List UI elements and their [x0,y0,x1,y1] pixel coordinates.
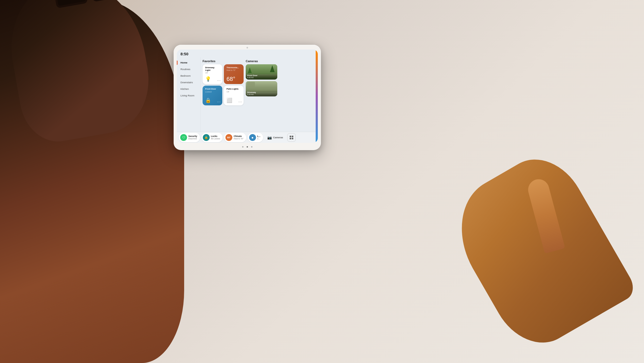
locks-icon: 🔒 [203,134,210,141]
lights-label: L... [257,135,260,138]
bottom-bar: 🛡 Security Disarmed 🔒 Locks [177,132,318,143]
cameras-section: Cameras Fr [246,60,277,130]
lights-sub: 2... [257,138,260,140]
sidebar: Home Routines Bedroom Downstairs Kitchen [177,57,200,132]
security-pill[interactable]: 🛡 Security Disarmed [179,133,200,142]
car-shape [247,82,255,88]
security-label: Security [188,135,197,138]
thermostat-temp: 68° [227,76,241,82]
climate-label: Climate [234,135,244,138]
front-door-more-icon[interactable]: ⋯ [217,100,221,104]
locks-sub: All Locked [211,138,220,140]
locks-label: Locks [211,135,220,138]
grid-icon [290,136,293,139]
cameras-button[interactable]: 📷 Cameras [265,134,286,141]
driveway-light-more-icon[interactable]: ⋯ [217,79,221,82]
color-strip [316,57,318,132]
content-area: Favorites DrivewayLight Off 💡 ⋯ [200,57,318,132]
sidebar-item-home[interactable]: Home [178,60,199,66]
sidebar-item-kitchen[interactable]: Kitchen [178,86,199,92]
front-door-camera-overlay: Front Door 8:48 AM [246,73,277,80]
security-icon: 🛡 [180,134,187,141]
sidebar-item-routines[interactable]: Routines [178,66,199,72]
svg-rect-2 [290,138,291,139]
patio-lights-status: Off [227,91,241,93]
page-dots-indicator [242,146,253,148]
thermostat-tile[interactable]: Thermosta... Heat to 70° 68° [224,64,244,84]
climate-sub: Heat to 70° [234,138,244,140]
driveway-camera-overlay: Driveway 8:49 AM [246,90,277,96]
lights-bulb-icon: ● [251,136,254,139]
finger [526,177,565,253]
climate-text: Climate Heat to 70° [234,135,244,140]
driveway-light-tile[interactable]: DrivewayLight Off 💡 ⋯ [203,64,222,84]
page-dot-2 [247,146,248,148]
driveway-light-name: DrivewayLight [205,66,220,71]
climate-temp-icon: 68° [227,136,231,139]
front-door-camera-name: Front Door [247,74,276,77]
security-shield-icon: 🛡 [182,136,185,139]
time-display: 8:50 [180,52,188,56]
svg-rect-1 [292,136,293,137]
driveway-camera-feed[interactable]: Driveway 8:49 AM [246,81,277,96]
front-door-camera-feed[interactable]: Front Door 8:48 AM [246,64,277,80]
time-bar: 8:50 [177,50,318,57]
lights-pill[interactable]: ● L... 2... [248,133,263,142]
sidebar-item-living-room[interactable]: Living Room [178,92,199,99]
security-sub: Disarmed [188,138,197,140]
cameras-video-icon: 📷 [267,135,272,140]
hand-area [447,152,605,337]
favorites-title: Favorites [203,60,244,63]
locks-lock-icon: 🔒 [204,136,208,139]
lights-icon: ● [249,134,256,141]
patio-lights-name: Patio Lights [227,88,241,90]
thermostat-name: Thermosta... [227,66,241,69]
security-text: Security Disarmed [188,135,197,140]
lights-text: L... 2... [257,135,260,140]
driveway-light-status: Off [205,72,220,74]
front-door-name: Front Door [205,88,220,90]
page-dot-3 [251,146,253,148]
svg-rect-0 [290,136,291,137]
favorites-grid: DrivewayLight Off 💡 ⋯ Thermosta... Heat … [203,64,244,105]
favorites-section: Favorites DrivewayLight Off 💡 ⋯ [203,60,244,130]
sidebar-item-downstairs[interactable]: Downstairs [178,79,199,85]
main-area: Home Routines Bedroom Downstairs Kitchen [177,57,318,132]
driveway-camera-name: Driveway [247,91,276,94]
front-door-camera-time: 8:48 AM [247,77,276,79]
svg-rect-3 [292,138,293,139]
page-dot-1 [242,146,244,148]
front-camera-dot [246,47,248,48]
cameras-title: Cameras [246,60,277,63]
driveway-camera-time: 8:49 AM [247,94,276,95]
glasses-left [54,0,88,8]
sidebar-item-bedroom[interactable]: Bedroom [178,73,199,79]
device-screen[interactable]: 8:50 Home Routines Bedroom [177,50,318,143]
climate-icon: 68° [225,134,232,141]
thermostat-status: Heat to 70° [227,69,241,71]
patio-lights-tile[interactable]: Patio Lights Off ⬜ ⋯ [224,86,244,105]
smart-display-device: 8:50 Home Routines Bedroom [174,45,321,150]
front-door-status: Locked [205,91,220,93]
device-body: 8:50 Home Routines Bedroom [174,45,321,150]
locks-pill[interactable]: 🔒 Locks All Locked [202,133,223,142]
grid-view-button[interactable] [287,133,296,142]
tree-decoration-2 [248,67,252,73]
cameras-button-label: Cameras [273,136,283,139]
locks-text: Locks All Locked [211,135,220,140]
front-door-tile[interactable]: Front Door Locked 🔒 ⋯ [203,86,222,105]
climate-pill[interactable]: 68° Climate Heat to 70° [224,133,246,142]
patio-lights-more-icon[interactable]: ⋯ [238,100,242,104]
tree-decoration [270,65,275,72]
